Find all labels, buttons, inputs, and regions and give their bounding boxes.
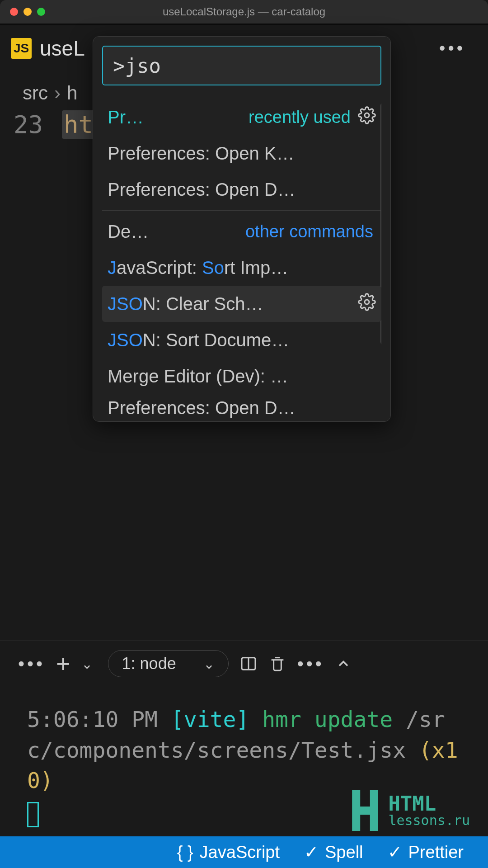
command-item[interactable]: Preferences: Open K… xyxy=(102,135,381,171)
panel-overflow-icon[interactable]: ••• xyxy=(18,654,45,674)
chevron-down-icon[interactable]: ⌄ xyxy=(81,656,93,672)
status-spell[interactable]: ✓ Spell xyxy=(304,842,363,862)
status-language[interactable]: { } JavaScript xyxy=(177,843,280,862)
command-item[interactable]: Preferences: Open D… xyxy=(102,394,381,421)
watermark: HTML lessons.ru xyxy=(348,790,470,831)
js-file-icon: JS xyxy=(11,38,32,59)
command-item[interactable]: Preferences: Open D… xyxy=(102,171,381,208)
command-item[interactable]: JSON: Clear Sch… xyxy=(102,286,381,322)
svg-point-3 xyxy=(365,300,369,304)
terminal-output[interactable]: 5:06:10 PM [vite] hmr update /src/compon… xyxy=(0,686,488,836)
watermark-logo-icon xyxy=(348,790,382,831)
new-terminal-icon[interactable]: + xyxy=(56,650,70,678)
editor-window: useLocalStorage.js — car-catalog JS useL… xyxy=(0,0,488,868)
svg-point-2 xyxy=(365,113,369,118)
window-title: useLocalStorage.js — car-catalog xyxy=(163,5,325,18)
status-prettier[interactable]: ✓ Prettier xyxy=(388,842,464,862)
terminal-panel: ••• + ⌄ 1: node ⌄ ••• 5:06:10 PM [vite] xyxy=(0,641,488,836)
braces-icon: { } xyxy=(177,843,193,862)
command-item[interactable]: JSON: Sort Docume… xyxy=(102,322,381,358)
command-input[interactable] xyxy=(102,46,381,85)
command-palette: Pr…recently usedPreferences: Open K…Pref… xyxy=(93,36,391,422)
tab-active[interactable]: JS useL xyxy=(8,36,85,61)
command-item[interactable]: Pr…recently used xyxy=(102,99,381,135)
terminal-msg: hmr update xyxy=(262,707,393,732)
terminal-selector[interactable]: 1: node ⌄ xyxy=(108,650,229,677)
panel-more-icon[interactable]: ••• xyxy=(297,654,324,674)
split-terminal-icon[interactable] xyxy=(239,655,258,673)
section-label: recently used xyxy=(249,108,353,127)
terminal-time: 5:06:10 PM xyxy=(27,707,158,732)
gear-icon[interactable] xyxy=(358,106,376,128)
titlebar: useLocalStorage.js — car-catalog xyxy=(0,0,488,24)
gear-icon[interactable] xyxy=(358,293,376,315)
code-text: ht xyxy=(62,110,95,139)
breadcrumb-seg: src xyxy=(23,82,48,104)
chevron-up-icon[interactable] xyxy=(335,656,352,672)
trash-icon[interactable] xyxy=(268,654,286,674)
maximize-icon[interactable] xyxy=(37,8,45,16)
watermark-line2: lessons.ru xyxy=(388,814,470,827)
watermark-line1: HTML xyxy=(388,794,470,814)
check-icon: ✓ xyxy=(304,842,319,862)
breadcrumb-seg: h xyxy=(67,82,77,104)
traffic-lights xyxy=(10,8,45,16)
minimize-icon[interactable] xyxy=(23,8,32,16)
status-bar: { } JavaScript ✓ Spell ✓ Prettier xyxy=(0,836,488,868)
section-label: other commands xyxy=(245,222,376,241)
close-icon[interactable] xyxy=(10,8,18,16)
terminal-toolbar: ••• + ⌄ 1: node ⌄ ••• xyxy=(0,641,488,686)
command-item[interactable]: Merge Editor (Dev): … xyxy=(102,358,381,394)
terminal-selector-label: 1: node xyxy=(122,654,176,673)
chevron-down-icon: ⌄ xyxy=(203,656,215,672)
terminal-tag: [vite] xyxy=(171,707,249,732)
chevron-right-icon: › xyxy=(54,82,61,104)
tab-overflow-icon[interactable]: ••• xyxy=(439,39,465,58)
tab-filename: useL xyxy=(40,36,85,61)
command-item[interactable]: De…other commands xyxy=(102,213,381,250)
terminal-cursor xyxy=(27,802,39,827)
line-number: 23 xyxy=(14,110,43,139)
command-list: Pr…recently usedPreferences: Open K…Pref… xyxy=(102,99,381,421)
command-item[interactable]: JavaScript: Sort Imp… xyxy=(102,250,381,286)
check-icon: ✓ xyxy=(388,842,402,862)
